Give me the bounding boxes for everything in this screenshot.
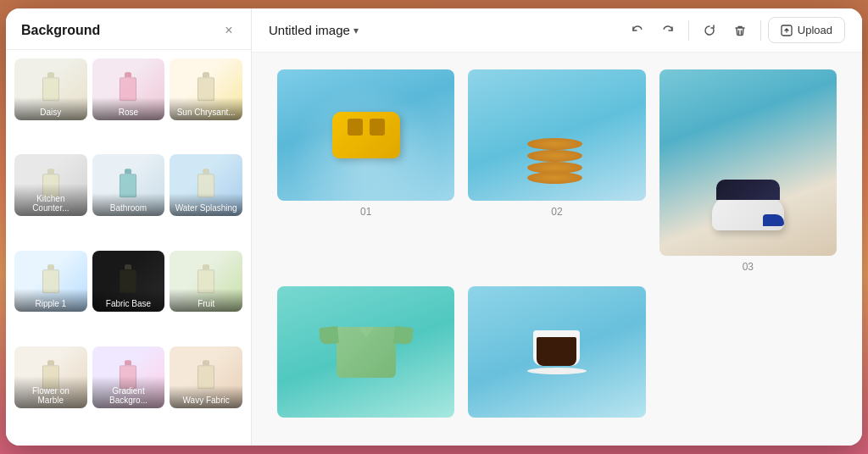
image-card-01[interactable]: 01 xyxy=(277,69,454,273)
sidebar-item-bathroom[interactable]: Bathroom xyxy=(92,154,165,216)
sidebar-item-label: Gradient Backgro... xyxy=(92,376,165,408)
toolbar-divider-2 xyxy=(760,20,761,41)
upload-button[interactable]: Upload xyxy=(768,17,845,43)
image-grid: 01 02 xyxy=(277,69,837,423)
sidebar-title: Background xyxy=(21,23,100,38)
shirt-sleeve-left xyxy=(319,326,339,345)
sidebar-item-label: Water Splashing xyxy=(170,193,242,216)
app-window: Background × Daisy Rose xyxy=(6,8,862,446)
rotate-button[interactable] xyxy=(696,17,723,44)
toaster-slot-right xyxy=(370,119,385,136)
sidebar-item-rose[interactable]: Rose xyxy=(92,58,165,120)
sidebar-item-kitchen-counter[interactable]: Kitchen Counter... xyxy=(14,154,87,216)
cup-saucer-plate xyxy=(527,368,587,374)
image-thumb-shirt xyxy=(277,286,454,418)
image-thumb-cookies xyxy=(468,69,645,201)
sneaker-icon xyxy=(712,197,784,230)
sidebar-item-label: Flower on Marble xyxy=(14,376,87,408)
sidebar-item-label: Rose xyxy=(92,97,165,120)
sidebar-item-wavy-fabric[interactable]: Wavy Fabric xyxy=(170,346,242,408)
sidebar-item-label: Daisy xyxy=(14,97,87,120)
image-card-02[interactable]: 02 xyxy=(468,69,645,273)
sidebar-item-label: Fabric Base xyxy=(92,289,165,312)
title-area[interactable]: Untitled image ▾ xyxy=(269,23,359,37)
close-button[interactable]: × xyxy=(220,22,237,39)
sidebar-item-label: Sun Chrysant... xyxy=(170,97,242,120)
main-content: Untitled image ▾ xyxy=(252,8,862,446)
image-label-03: 03 xyxy=(743,261,754,273)
sidebar: Background × Daisy Rose xyxy=(6,8,252,446)
shirt-sleeve-right xyxy=(393,326,414,345)
toolbar-divider xyxy=(688,20,689,41)
image-thumb-sneakers xyxy=(659,69,837,256)
shirt-icon xyxy=(337,327,396,378)
image-card-05[interactable] xyxy=(468,286,645,423)
image-card-03[interactable]: 03 xyxy=(659,69,837,273)
sidebar-item-ripple[interactable]: Ripple 1 xyxy=(14,251,87,313)
delete-button[interactable] xyxy=(726,17,754,44)
document-title: Untitled image xyxy=(269,23,350,37)
sidebar-item-daisy[interactable]: Daisy xyxy=(14,58,87,120)
image-thumb-coffee xyxy=(468,286,645,418)
cookie-4 xyxy=(527,172,582,184)
sidebar-item-flower-on-marble[interactable]: Flower on Marble xyxy=(14,346,87,408)
image-thumb-toaster xyxy=(277,69,454,201)
cup-body xyxy=(533,330,580,366)
sidebar-item-label: Bathroom xyxy=(92,193,165,216)
upload-label: Upload xyxy=(798,24,832,36)
cookie-stack-icon xyxy=(527,133,587,184)
cookie-1 xyxy=(527,138,582,150)
sidebar-item-label: Fruit xyxy=(170,289,242,312)
undo-button[interactable] xyxy=(624,17,651,44)
sidebar-item-gradient-background[interactable]: Gradient Backgro... xyxy=(92,346,165,408)
image-card-04[interactable] xyxy=(277,286,454,423)
toaster-slot-left xyxy=(348,119,363,136)
sidebar-item-label: Ripple 1 xyxy=(14,289,87,312)
sneaker-accent xyxy=(763,214,784,226)
toaster-icon xyxy=(332,112,400,158)
cookie-2 xyxy=(527,150,582,162)
image-label-02: 02 xyxy=(551,206,562,218)
sidebar-grid: Daisy Rose Sun Chrysant... xyxy=(6,50,251,446)
sneaker-top xyxy=(716,180,780,200)
redo-button[interactable] xyxy=(654,17,682,44)
sidebar-item-sun-chrysant[interactable]: Sun Chrysant... xyxy=(170,58,242,120)
shirt-collar xyxy=(358,327,375,337)
coffee-cup-icon xyxy=(527,330,587,374)
topbar: Untitled image ▾ xyxy=(252,8,862,53)
image-label-01: 01 xyxy=(360,206,371,218)
sidebar-item-fabric-base[interactable]: Fabric Base xyxy=(92,251,165,313)
canvas-area: 01 02 xyxy=(252,53,862,446)
sidebar-item-label: Wavy Fabric xyxy=(170,385,242,408)
sidebar-item-label: Kitchen Counter... xyxy=(14,184,87,216)
sidebar-item-water-splashing[interactable]: Water Splashing xyxy=(170,154,242,216)
title-dropdown-chevron: ▾ xyxy=(353,25,359,36)
sidebar-item-fruit[interactable]: Fruit xyxy=(170,251,242,313)
sidebar-header: Background × xyxy=(6,8,251,50)
coffee-liquid xyxy=(537,337,576,366)
toolbar-actions: Upload xyxy=(624,17,845,44)
